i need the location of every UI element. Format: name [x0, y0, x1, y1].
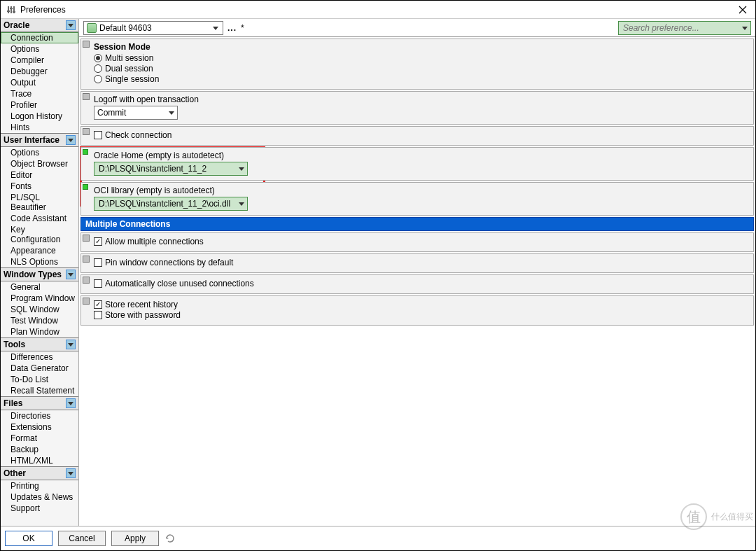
sidebar-item-hints[interactable]: Hints	[1, 122, 78, 133]
pin-window-group: Pin window connections by default	[80, 253, 754, 273]
autoclose-group: Automatically close unused connections	[80, 274, 754, 294]
sidebar-item-options[interactable]: Options	[1, 147, 78, 158]
chevron-down-icon	[211, 25, 220, 31]
drag-handle[interactable]	[83, 256, 90, 263]
drag-handle[interactable]	[83, 93, 90, 100]
reset-icon[interactable]	[164, 533, 176, 544]
allow-multiple-label: Allow multiple connections	[105, 237, 204, 246]
chevron-down-icon	[66, 20, 76, 30]
check-connection-checkbox[interactable]: Check connection	[94, 130, 749, 140]
sidebar-item-compiler[interactable]: Compiler	[1, 55, 78, 66]
sidebar-item-differences[interactable]: Differences	[1, 351, 78, 363]
oci-library-label: OCI library (empty is autodetect)	[94, 186, 749, 195]
drag-handle[interactable]	[83, 298, 90, 305]
sidebar-item-trace[interactable]: Trace	[1, 88, 78, 99]
sidebar-category-oracle[interactable]: Oracle	[1, 19, 78, 32]
sidebar-category-tools[interactable]: Tools	[1, 337, 78, 351]
logoff-group: Logoff with open transaction Commit	[80, 91, 754, 125]
sidebar-item-to-do-list[interactable]: To-Do List	[1, 374, 78, 385]
settings-panel: Session Mode Multi sessionDual sessionSi…	[79, 37, 755, 526]
sidebar-item-object-browser[interactable]: Object Browser	[1, 158, 78, 169]
chevron-down-icon	[742, 25, 748, 31]
sidebar-item-pl-sql-beautifier[interactable]: PL/SQL Beautifier	[1, 192, 78, 213]
cancel-button[interactable]: Cancel	[58, 531, 106, 546]
search-input[interactable]	[622, 22, 742, 34]
check-connection-group: Check connection	[80, 126, 754, 146]
sidebar-item-editor[interactable]: Editor	[1, 169, 78, 181]
session-mode-radio-single-session[interactable]: Single session	[94, 74, 749, 84]
sidebar-item-code-assistant[interactable]: Code Assistant	[1, 213, 78, 224]
autoclose-checkbox[interactable]: Automatically close unused connections	[94, 279, 749, 288]
sidebar-item-logon-history[interactable]: Logon History	[1, 111, 78, 122]
close-button[interactable]	[736, 6, 750, 14]
session-mode-radio-multi-session[interactable]: Multi session	[94, 53, 749, 63]
ok-button[interactable]: OK	[5, 531, 52, 546]
sidebar-item-profiler[interactable]: Profiler	[1, 99, 78, 111]
oracle-home-input[interactable]	[97, 163, 239, 174]
chevron-down-icon	[66, 340, 76, 349]
logoff-select[interactable]: Commit	[94, 106, 178, 120]
sidebar-category-files[interactable]: Files	[1, 396, 78, 410]
chevron-down-icon	[66, 468, 76, 478]
chevron-down-icon	[66, 270, 76, 279]
browse-button[interactable]: ...	[227, 23, 237, 33]
sidebar-item-general[interactable]: General	[1, 281, 78, 293]
sidebar-item-test-window[interactable]: Test Window	[1, 315, 78, 326]
apply-button[interactable]: Apply	[111, 531, 159, 546]
sidebar-item-updates-news[interactable]: Updates & News	[1, 491, 78, 503]
sidebar-item-output[interactable]: Output	[1, 77, 78, 88]
sidebar-item-recall-statement[interactable]: Recall Statement	[1, 385, 78, 396]
sidebar-item-data-generator[interactable]: Data Generator	[1, 363, 78, 374]
sidebar-item-plan-window[interactable]: Plan Window	[1, 326, 78, 337]
sidebar-item-extensions[interactable]: Extensions	[1, 421, 78, 433]
session-mode-radio-dual-session[interactable]: Dual session	[94, 64, 749, 74]
sidebar-item-format[interactable]: Format	[1, 433, 78, 444]
drag-handle[interactable]	[83, 41, 90, 48]
button-bar: OK Cancel Apply	[1, 526, 755, 550]
sidebar-category-other[interactable]: Other	[1, 466, 78, 480]
store-password-checkbox[interactable]: Store with password	[94, 310, 749, 320]
preferences-icon	[6, 5, 16, 15]
sidebar-item-options[interactable]: Options	[1, 43, 78, 55]
sidebar-category-window-types[interactable]: Window Types	[1, 267, 78, 281]
sidebar-item-key-configuration[interactable]: Key Configuration	[1, 224, 78, 245]
drag-handle[interactable]	[83, 235, 90, 242]
modified-marker	[83, 149, 88, 155]
pin-window-label: Pin window connections by default	[105, 258, 233, 267]
oci-library-input[interactable]	[97, 198, 239, 209]
chevron-down-icon	[169, 110, 174, 116]
sidebar-item-appearance[interactable]: Appearance	[1, 245, 78, 256]
allow-multiple-checkbox[interactable]: Allow multiple connections	[94, 237, 749, 246]
sidebar-item-fonts[interactable]: Fonts	[1, 181, 78, 192]
sidebar-item-debugger[interactable]: Debugger	[1, 66, 78, 77]
search-box[interactable]	[618, 21, 751, 35]
svg-rect-0	[8, 6, 9, 13]
drag-handle[interactable]	[83, 128, 90, 135]
sidebar-item-program-window[interactable]: Program Window	[1, 293, 78, 304]
drag-handle[interactable]	[83, 277, 90, 284]
sidebar-item-directories[interactable]: Directories	[1, 410, 78, 421]
sidebar-item-html-xml[interactable]: HTML/XML	[1, 455, 78, 466]
pin-window-checkbox[interactable]: Pin window connections by default	[94, 258, 749, 267]
sidebar-item-printing[interactable]: Printing	[1, 480, 78, 491]
toolbar: Default 94603 ... *	[79, 19, 755, 37]
chevron-down-icon	[239, 201, 244, 207]
sidebar-item-nls-options[interactable]: NLS Options	[1, 256, 78, 267]
store-recent-checkbox[interactable]: Store recent history	[94, 300, 749, 309]
sidebar-item-support[interactable]: Support	[1, 503, 78, 514]
sidebar-item-backup[interactable]: Backup	[1, 444, 78, 455]
chevron-down-icon	[66, 398, 76, 408]
svg-rect-5	[13, 11, 15, 13]
sidebar-item-connection[interactable]: Connection	[1, 32, 78, 43]
oci-library-select[interactable]	[94, 197, 248, 211]
check-connection-label: Check connection	[105, 130, 172, 140]
database-icon	[87, 23, 97, 33]
logoff-label: Logoff with open transaction	[94, 95, 749, 104]
oracle-home-label: Oracle Home (empty is autodetect)	[94, 151, 749, 160]
store-password-label: Store with password	[105, 310, 181, 320]
sidebar-item-sql-window[interactable]: SQL Window	[1, 304, 78, 315]
database-selector[interactable]: Default 94603	[83, 21, 223, 35]
sidebar-category-user-interface[interactable]: User Interface	[1, 133, 78, 147]
oracle-home-select[interactable]	[94, 162, 248, 176]
sidebar: OracleConnectionOptionsCompilerDebuggerO…	[1, 19, 79, 526]
